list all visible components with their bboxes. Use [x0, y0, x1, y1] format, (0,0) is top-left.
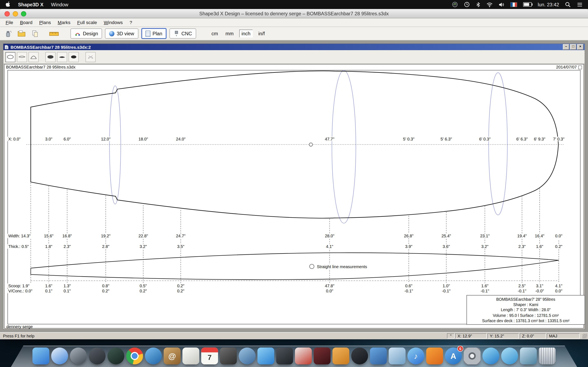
doc-close-button[interactable]: × — [577, 44, 584, 50]
dock-system-preferences-icon[interactable] — [464, 347, 481, 364]
dock-chrome-icon[interactable] — [126, 347, 143, 364]
unit-cm[interactable]: cm — [210, 30, 220, 37]
spotlight-search-icon[interactable] — [565, 2, 571, 7]
measurement-thickness: 1.6" — [535, 244, 544, 249]
profile-view-icon[interactable] — [17, 52, 27, 62]
status-unit: " — [447, 333, 454, 339]
menu-file[interactable]: File — [2, 20, 17, 25]
dock-facetime-icon[interactable] — [276, 347, 293, 364]
notification-center-icon[interactable] — [577, 2, 583, 7]
dock-launchpad-icon[interactable] — [70, 347, 87, 364]
wifi-icon[interactable] — [486, 2, 493, 7]
dock-stickies-icon[interactable] — [220, 347, 237, 364]
menu-extra-icon[interactable] — [452, 1, 458, 7]
dock-itunes-icon[interactable]: ♪ — [407, 347, 424, 364]
dock-trash-icon[interactable] — [539, 347, 555, 364]
menu-help[interactable]: ? — [126, 20, 136, 25]
minimize-window-button[interactable] — [13, 11, 18, 17]
plan-button[interactable]: Plan — [141, 28, 166, 39]
unit-inf[interactable]: in/f — [256, 30, 267, 37]
dock-sketchup-icon[interactable] — [295, 347, 312, 364]
measurement-vconc: 0.1" — [44, 289, 53, 293]
board-bottom-view-icon[interactable] — [45, 52, 56, 62]
dock-messages-icon[interactable] — [258, 347, 274, 364]
airbrush-icon[interactable] — [3, 29, 13, 39]
dock-address-book-icon[interactable]: @ — [164, 347, 181, 364]
dock-finder-icon[interactable] — [33, 347, 49, 364]
dock-time-machine-icon[interactable] — [107, 347, 124, 364]
apple-menu[interactable] — [5, 1, 11, 8]
dock-iphoto-icon[interactable] — [351, 347, 368, 364]
board-rail-view-icon[interactable] — [57, 52, 67, 62]
design-button-label: Design — [83, 31, 98, 36]
measurement-vconc: V/Conc.: 0.0" — [8, 289, 33, 293]
measurement-scoop: 0.8" — [102, 284, 110, 288]
menu-windows[interactable]: Windows — [100, 20, 126, 25]
measurement-vconc: 0.1" — [63, 289, 71, 293]
radio-label: Straight line measurements — [317, 264, 367, 269]
dock-dashboard-icon[interactable] — [89, 347, 105, 364]
dock-calendar-icon[interactable]: 7 — [201, 347, 218, 364]
bluetooth-icon[interactable] — [476, 2, 480, 7]
unit-inch[interactable]: inch — [239, 30, 253, 38]
design-button[interactable]: Design — [70, 29, 102, 39]
open-file-icon[interactable] — [17, 29, 27, 39]
3d-view-button[interactable]: 3D view — [105, 29, 138, 39]
status-bar: Press F1 for help " X: 12.9" Y: 15.2" Z:… — [0, 332, 588, 339]
measurement-width: 23.1" — [479, 234, 490, 238]
radio-circle-icon — [309, 264, 314, 269]
outline-view-icon[interactable] — [5, 52, 16, 62]
dock-photos-icon[interactable] — [389, 347, 406, 364]
board-deck-view-icon[interactable] — [69, 52, 79, 62]
copy-icon[interactable] — [30, 29, 40, 39]
dock-thunderbird-icon[interactable] — [145, 347, 162, 364]
3d-view-button-label: 3D view — [117, 31, 134, 36]
measurement-thickness: 1.8" — [44, 244, 53, 249]
apple-logo-icon — [5, 1, 11, 7]
info-surface-dev: Surface dev deck : 13781.3 cm² bot : 133… — [468, 318, 583, 323]
measurement-x_labels: 6.0" — [63, 137, 71, 141]
window-titlebar[interactable]: Shape3d X Design – licensed to dennery s… — [0, 9, 588, 18]
dock-keynote-icon[interactable] — [370, 347, 387, 364]
slices-view-icon[interactable] — [29, 52, 39, 62]
doc-restore-button[interactable]: □ — [570, 44, 576, 50]
cnc-button[interactable]: CNC — [169, 29, 196, 39]
input-language-flag-icon[interactable] — [510, 2, 517, 7]
measurement-x_labels: 5' 0.3" — [402, 137, 415, 141]
zoom-window-button[interactable] — [21, 11, 26, 17]
doc-minimize-button[interactable]: – — [563, 44, 569, 50]
document-titlebar[interactable]: BOMBASSEarchbar7 28 95litres.s3dx:2 – □ … — [3, 44, 585, 50]
dock-pictures-icon[interactable] — [520, 347, 537, 364]
menubar-app-name[interactable]: Shape3D X — [18, 2, 43, 7]
menubar-window-menu[interactable]: Window — [51, 2, 68, 7]
cnc-button-label: CNC — [182, 31, 192, 36]
menu-full-scale[interactable]: Full scale — [74, 20, 100, 25]
status-x-coordinate: X: 12.9" — [455, 333, 487, 339]
ruler-icon[interactable] — [49, 29, 59, 39]
info-dimensions: Length : 7' 0.3" Width : 28.0" — [468, 307, 583, 313]
dock-web-globe-icon[interactable] — [501, 347, 518, 364]
dock-notes-icon[interactable] — [182, 347, 199, 364]
menubar-clock[interactable]: lun. 23:42 — [538, 2, 559, 7]
unit-mm[interactable]: mm — [224, 30, 235, 37]
close-window-button[interactable] — [4, 11, 10, 17]
dock-photo-booth-icon[interactable] — [314, 347, 330, 364]
dock-pages-icon[interactable] — [332, 347, 349, 364]
measurement-x_labels: 6' 6.3" — [516, 137, 528, 141]
dock-app-store-icon[interactable]: A6 — [445, 347, 462, 364]
resize-grip[interactable] — [582, 334, 587, 339]
slice-edit-icon[interactable] — [86, 52, 96, 62]
volume-icon[interactable] — [499, 2, 504, 7]
straight-line-measurements-radio[interactable]: Straight line measurements — [308, 264, 368, 269]
menu-plans[interactable]: Plans — [36, 20, 54, 25]
menu-marks[interactable]: Marks — [54, 20, 74, 25]
battery-icon[interactable] — [523, 2, 532, 7]
measurement-width: 0.0" — [554, 234, 563, 238]
dock-ibooks-icon[interactable] — [426, 347, 443, 364]
measurement-width: 16.4" — [534, 234, 545, 238]
dock-safari-icon[interactable] — [51, 347, 68, 364]
menu-board[interactable]: Board — [17, 20, 36, 25]
dock-google-earth-icon[interactable] — [483, 347, 499, 364]
time-machine-menu-icon[interactable] — [464, 1, 470, 7]
dock-preview-icon[interactable] — [239, 347, 256, 364]
